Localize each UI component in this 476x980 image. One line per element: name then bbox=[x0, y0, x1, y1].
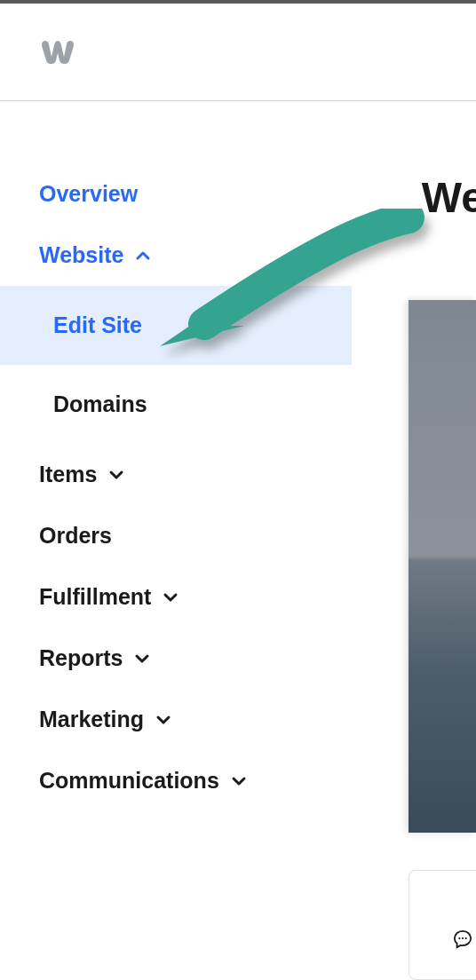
chevron-down-icon bbox=[133, 650, 151, 668]
nav-communications[interactable]: Communications bbox=[0, 750, 352, 811]
chevron-down-icon bbox=[107, 466, 125, 484]
nav-marketing[interactable]: Marketing bbox=[0, 689, 352, 750]
nav-domains-label: Domains bbox=[53, 391, 147, 417]
nav-reports-label: Reports bbox=[39, 645, 123, 671]
nav-website[interactable]: Website bbox=[0, 225, 352, 286]
nav-website-label: Website bbox=[39, 242, 123, 268]
nav-edit-site-label: Edit Site bbox=[53, 312, 142, 338]
page-title: We bbox=[422, 173, 476, 222]
nav-domains[interactable]: Domains bbox=[0, 365, 352, 444]
svg-point-2 bbox=[465, 937, 467, 939]
svg-point-0 bbox=[458, 937, 460, 939]
nav-items-label: Items bbox=[39, 462, 97, 487]
nav-edit-site[interactable]: Edit Site bbox=[0, 286, 352, 365]
svg-point-1 bbox=[462, 937, 464, 939]
nav-fulfillment[interactable]: Fulfillment bbox=[0, 566, 352, 628]
chevron-up-icon bbox=[134, 247, 152, 265]
nav-fulfillment-label: Fulfillment bbox=[39, 584, 151, 610]
chevron-down-icon bbox=[155, 711, 172, 729]
nav-overview-label: Overview bbox=[39, 181, 138, 207]
nav-overview[interactable]: Overview bbox=[0, 163, 352, 225]
nav-marketing-label: Marketing bbox=[39, 707, 144, 732]
chevron-down-icon bbox=[230, 772, 248, 790]
chat-icon bbox=[453, 929, 472, 952]
nav-items[interactable]: Items bbox=[0, 444, 352, 505]
nav-reports[interactable]: Reports bbox=[0, 628, 352, 689]
site-preview-image bbox=[409, 300, 476, 833]
sidebar: Overview Website Edit Site Domains Items… bbox=[0, 101, 352, 811]
nav-communications-label: Communications bbox=[39, 768, 219, 794]
nav-orders[interactable]: Orders bbox=[0, 505, 352, 566]
nav-orders-label: Orders bbox=[39, 523, 112, 549]
card-fragment bbox=[409, 870, 476, 980]
chevron-down-icon bbox=[162, 589, 179, 606]
app-header bbox=[0, 4, 476, 101]
weebly-logo[interactable] bbox=[39, 39, 76, 66]
